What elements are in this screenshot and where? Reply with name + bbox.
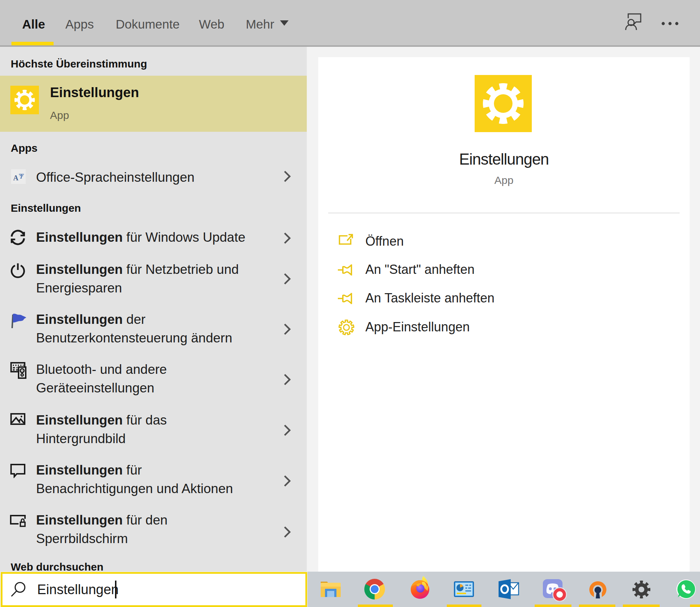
svg-text:A: A xyxy=(13,174,19,182)
